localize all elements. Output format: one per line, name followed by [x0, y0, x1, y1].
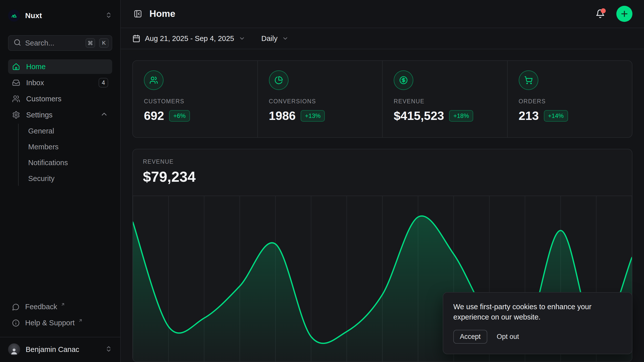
k-key-badge: K: [99, 38, 109, 48]
sidebar-divider: [0, 337, 120, 337]
stat-delta-badge: +14%: [544, 110, 568, 122]
search-placeholder: Search...: [25, 39, 82, 47]
filter-toolbar: Aug 21, 2025 - Sep 4, 2025 Daily: [121, 28, 644, 49]
sidebar-item-customers[interactable]: Customers: [8, 92, 112, 106]
workspace-switcher[interactable]: Nuxt: [8, 8, 112, 23]
collapse-sidebar-button[interactable]: [132, 8, 143, 19]
sidebar-item-home[interactable]: Home: [8, 59, 112, 74]
plus-icon: [620, 9, 629, 18]
revenue-chart-total: $79,234: [143, 168, 622, 185]
chevron-up-icon: [100, 110, 108, 120]
command-icon: [88, 40, 93, 46]
help-support-link[interactable]: Help & Support: [8, 316, 112, 331]
user-menu[interactable]: Benjamin Canac: [8, 340, 112, 358]
stat-label: REVENUE: [394, 98, 496, 105]
main-panel: Home Au: [121, 0, 644, 362]
opt-out-button[interactable]: Opt out: [497, 333, 519, 341]
stat-label: CONVERSIONS: [269, 98, 371, 105]
date-range-label: Aug 21, 2025 - Sep 4, 2025: [145, 34, 234, 43]
chevrons-up-down-icon: [105, 345, 112, 353]
external-link-icon: [78, 318, 83, 323]
home-icon: [12, 63, 20, 71]
sidebar-item-inbox[interactable]: Inbox 4: [8, 75, 112, 90]
page-title: Home: [149, 9, 175, 19]
sidebar-item-settings[interactable]: Settings: [8, 108, 112, 122]
stat-customers: CUSTOMERS 692 +6%: [133, 61, 257, 137]
search-icon: [14, 39, 21, 47]
stat-value: $415,523: [394, 109, 444, 123]
chevron-down-icon: [282, 35, 289, 42]
avatar: [8, 343, 20, 355]
external-link-icon: [61, 302, 65, 307]
sidebar-footer: Feedback Help & Support: [0, 300, 120, 358]
notifications-button[interactable]: [594, 8, 606, 20]
app-root: Nuxt Search... K: [0, 0, 644, 362]
sidebar-item-label: Home: [26, 63, 108, 71]
footer-link-label: Feedback: [25, 303, 57, 311]
sidebar-item-general[interactable]: General: [26, 124, 112, 138]
chevron-down-icon: [239, 35, 245, 42]
info-circle-icon: [12, 319, 20, 327]
accept-cookies-button[interactable]: Accept: [453, 330, 487, 344]
stat-orders: ORDERS 213 +14%: [507, 61, 632, 137]
stat-value: 213: [519, 109, 539, 123]
brand-name: Nuxt: [25, 11, 100, 20]
cookie-message: We use first-party cookies to enhance yo…: [453, 302, 604, 322]
stat-value: 1986: [269, 109, 296, 123]
sidebar-item-security[interactable]: Security: [26, 171, 112, 186]
sidebar-item-label: Inbox: [26, 79, 93, 87]
person-silhouette-icon: [10, 347, 18, 355]
user-name: Benjamin Canac: [26, 345, 100, 354]
panel-left-close-icon: [134, 10, 142, 18]
notification-dot: [601, 8, 606, 13]
inbox-count-badge: 4: [99, 78, 108, 87]
sidebar-item-notifications[interactable]: Notifications: [26, 155, 112, 170]
granularity-select[interactable]: Daily: [261, 34, 289, 43]
chevrons-up-down-icon: [105, 12, 112, 20]
footer-link-label: Help & Support: [25, 319, 75, 327]
add-button[interactable]: [616, 6, 632, 22]
cart-icon: [524, 76, 533, 84]
gear-icon: [12, 111, 20, 119]
dollar-circle-icon: [399, 76, 408, 84]
stat-label: ORDERS: [519, 98, 621, 105]
granularity-label: Daily: [261, 34, 277, 43]
revenue-chart-label: REVENUE: [143, 158, 622, 165]
settings-subnav: General Members Notifications Security: [18, 124, 112, 186]
stats-card: CUSTOMERS 692 +6% CONVERSIONS 1986: [132, 60, 632, 138]
cookie-banner: We use first-party cookies to enhance yo…: [443, 292, 632, 354]
stat-delta-badge: +13%: [301, 110, 325, 122]
page-header: Home: [121, 0, 644, 28]
date-range-picker[interactable]: Aug 21, 2025 - Sep 4, 2025: [132, 34, 245, 43]
stat-delta-badge: +18%: [449, 110, 473, 122]
command-key-badge: [86, 38, 95, 48]
nuxt-logo-icon: [8, 10, 20, 22]
stat-label: CUSTOMERS: [144, 98, 246, 105]
stat-delta-badge: +6%: [169, 110, 190, 122]
sidebar-item-label: Customers: [26, 95, 108, 103]
inbox-icon: [12, 79, 20, 87]
stat-conversions: CONVERSIONS 1986 +13%: [257, 61, 382, 137]
stat-revenue: REVENUE $415,523 +18%: [382, 61, 507, 137]
message-bubble-icon: [12, 303, 20, 311]
sidebar-nav: Home Inbox 4 Customers: [8, 59, 112, 187]
sidebar-item-members[interactable]: Members: [26, 140, 112, 154]
feedback-link[interactable]: Feedback: [8, 300, 112, 315]
sidebar-item-label: Settings: [26, 111, 94, 119]
sidebar: Nuxt Search... K: [0, 0, 121, 362]
pie-chart-icon: [274, 76, 283, 84]
users-icon: [12, 95, 20, 103]
users-icon: [149, 76, 158, 84]
calendar-icon: [132, 34, 140, 42]
stat-value: 692: [144, 109, 164, 123]
search-input[interactable]: Search... K: [8, 35, 112, 51]
